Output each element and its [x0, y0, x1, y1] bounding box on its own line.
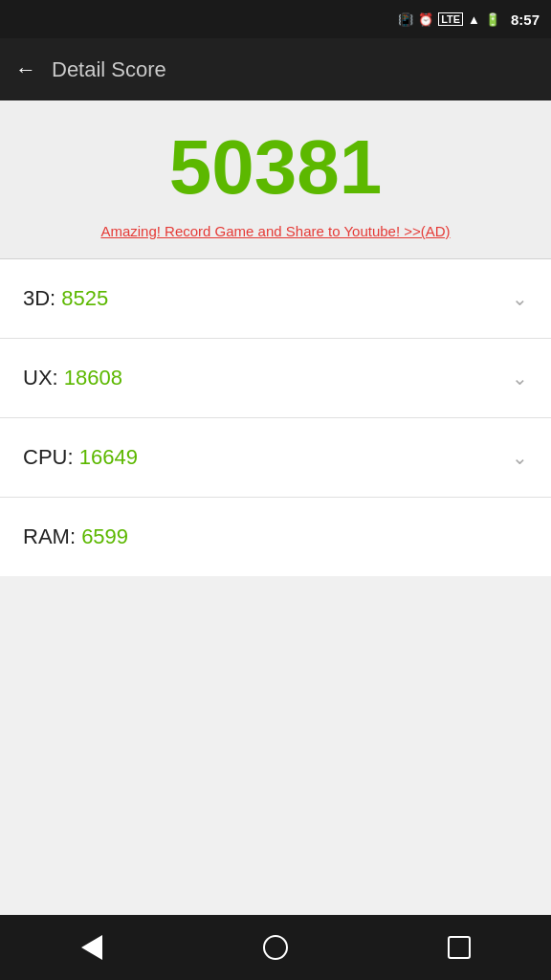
category-label-ram: RAM: 6599 — [23, 524, 128, 549]
category-score-ram: 6599 — [81, 524, 128, 548]
ad-text[interactable]: Amazing! Record Game and Share to Youtub… — [19, 223, 532, 239]
signal-icon: ▲ — [468, 12, 480, 27]
back-icon — [81, 935, 102, 960]
category-score-ux: 18608 — [64, 366, 122, 390]
nav-bar — [0, 915, 551, 980]
category-row-cpu[interactable]: CPU: 16649 ⌄ — [0, 418, 551, 498]
chevron-icon-cpu: ⌄ — [512, 446, 528, 469]
category-row-ram[interactable]: RAM: 6599 ⌄ — [0, 498, 551, 576]
category-score-cpu: 16649 — [79, 445, 138, 469]
category-row-3d[interactable]: 3D: 8525 ⌄ — [0, 259, 551, 339]
vibrate-icon: 📳 — [398, 12, 413, 27]
page-title: Detail Score — [52, 57, 166, 82]
recents-icon — [448, 936, 471, 959]
nav-recents-button[interactable] — [435, 924, 483, 971]
status-time: 8:57 — [511, 11, 540, 28]
nav-home-button[interactable] — [252, 924, 299, 971]
chevron-icon-3d: ⌄ — [512, 287, 528, 310]
main-score: 50381 — [19, 129, 532, 206]
status-icons: 📳 ⏰ LTE ▲ 🔋 8:57 — [398, 11, 540, 28]
back-button[interactable]: ← — [15, 57, 36, 82]
category-row-ux[interactable]: UX: 18608 ⌄ — [0, 339, 551, 418]
category-label-3d: 3D: 8525 — [23, 286, 108, 311]
nav-back-button[interactable] — [68, 924, 116, 971]
home-icon — [263, 935, 288, 960]
category-score-3d: 8525 — [61, 286, 108, 310]
category-label-ux: UX: 18608 — [23, 366, 122, 390]
lte-icon: LTE — [438, 12, 463, 26]
category-label-cpu: CPU: 16649 — [23, 445, 138, 470]
categories-list: 3D: 8525 ⌄ UX: 18608 ⌄ CPU: 16649 ⌄ RAM:… — [0, 259, 551, 576]
alarm-icon: ⏰ — [418, 12, 433, 27]
chevron-icon-ux: ⌄ — [512, 367, 528, 390]
battery-icon: 🔋 — [485, 12, 500, 27]
status-bar: 📳 ⏰ LTE ▲ 🔋 8:57 — [0, 0, 551, 38]
app-bar: ← Detail Score — [0, 38, 551, 100]
score-section: 50381 Amazing! Record Game and Share to … — [0, 100, 551, 259]
